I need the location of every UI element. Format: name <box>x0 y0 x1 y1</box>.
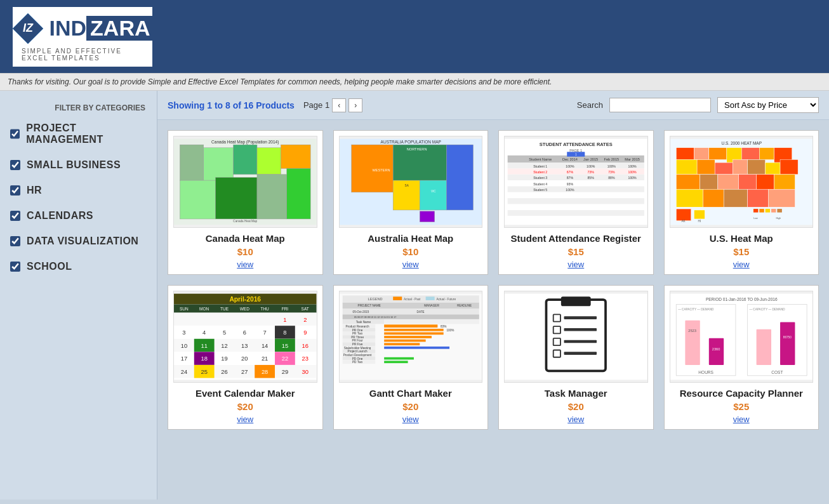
svg-text:Low: Low <box>753 217 757 220</box>
svg-text:Canada Heat Map: Canada Heat Map <box>233 220 257 223</box>
svg-text:Dec 2014: Dec 2014 <box>562 157 578 161</box>
svg-text:11: 11 <box>201 343 208 349</box>
product-card-gantt_chart[interactable]: LEGEND Actual - Past Actual - Future PRO… <box>333 285 489 430</box>
svg-text:— CAPACITY  — DEMAND: — CAPACITY — DEMAND <box>678 308 714 311</box>
svg-text:Jan 2015: Jan 2015 <box>583 157 598 161</box>
logo-diamond-icon: IZ <box>11 12 44 45</box>
svg-text:100%: 100% <box>628 170 637 174</box>
product-thumb-task_manager <box>504 291 648 383</box>
svg-text:87%: 87% <box>567 176 574 180</box>
svg-text:28: 28 <box>262 369 268 375</box>
svg-text:PR Four: PR Four <box>352 339 363 342</box>
small_business-checkbox[interactable] <box>10 160 20 170</box>
svg-text:14: 14 <box>262 343 268 349</box>
sidebar-item-calendars[interactable]: CALENDARS <box>10 210 150 222</box>
svg-text:8: 8 <box>283 329 286 336</box>
svg-text:NORTHERN: NORTHERN <box>406 147 427 151</box>
svg-rect-195 <box>384 343 420 345</box>
svg-rect-35 <box>508 162 644 168</box>
svg-rect-101 <box>777 209 781 213</box>
product-view-task_manager[interactable]: view <box>567 414 584 424</box>
svg-rect-5 <box>234 145 257 175</box>
product-card-event_calendar[interactable]: April-2016 SUN MON TUE WED THU FRI SAT 1… <box>168 285 323 430</box>
svg-text:26: 26 <box>221 369 227 375</box>
product-view-resource_planner[interactable]: view <box>733 414 750 424</box>
resource-planner-image: PERIOD 01-Jan-2016 TO 09-Jun-2016 — CAPA… <box>670 291 813 382</box>
svg-rect-78 <box>733 159 747 174</box>
svg-rect-210 <box>546 300 606 371</box>
svg-rect-208 <box>384 361 408 363</box>
svg-text:IZ: IZ <box>23 22 34 34</box>
product-view-canada_heat_map[interactable]: view <box>237 260 253 269</box>
sidebar-item-school[interactable]: SCHOOL <box>10 261 150 272</box>
svg-text:1: 1 <box>575 153 577 156</box>
svg-text:SUN: SUN <box>180 307 189 311</box>
svg-rect-79 <box>747 159 765 174</box>
product-card-task_manager[interactable]: Task Manager $20 view <box>498 285 654 430</box>
product-card-canada_heat_map[interactable]: Canada Heat Map (Population 2014) Canada… <box>168 130 323 275</box>
next-page-button[interactable]: › <box>348 98 362 112</box>
svg-rect-59 <box>508 192 644 198</box>
product-card-australia_heat_map[interactable]: AUSTRALIA POPULATION MAP NORTHERN WESTER… <box>333 130 489 275</box>
svg-text:21: 21 <box>262 355 268 362</box>
svg-text:AK: AK <box>681 220 686 223</box>
svg-text:Task Name: Task Name <box>355 321 371 324</box>
svg-text:Product Development: Product Development <box>343 354 371 357</box>
search-input[interactable] <box>609 98 711 112</box>
logo-subtitle: SIMPLE AND EFFECTIVE EXCEL TEMPLATES <box>22 48 143 62</box>
svg-text:STUDENT ATTENDANCE RATES: STUDENT ATTENDANCE RATES <box>540 142 613 147</box>
svg-text:100%: 100% <box>566 188 574 192</box>
sort-select[interactable]: Sort Asc by Price Sort Desc by Price Sor… <box>717 97 819 113</box>
sidebar-item-small_business[interactable]: SMALL BUSINESS <box>10 159 150 171</box>
svg-text:15: 15 <box>282 343 288 349</box>
calendar-image: April-2016 SUN MON TUE WED THU FRI SAT 1… <box>174 291 317 382</box>
product-card-student_attendance[interactable]: STUDENT ATTENDANCE RATES PAGE 1 Student … <box>498 130 654 275</box>
svg-rect-84 <box>717 175 738 189</box>
product-view-event_calendar[interactable]: view <box>237 414 253 424</box>
svg-text:12: 12 <box>221 343 227 349</box>
project_management-checkbox[interactable] <box>10 129 20 139</box>
svg-rect-82 <box>676 175 700 189</box>
hr-checkbox[interactable] <box>10 185 20 196</box>
product-card-us_heat_map[interactable]: U.S. 2000 HEAT MAP <box>664 130 819 275</box>
product-view-student_attendance[interactable]: view <box>567 260 584 269</box>
product-card-resource_planner[interactable]: PERIOD 01-Jan-2016 TO 09-Jun-2016 — CAPA… <box>664 285 819 430</box>
svg-text:100%: 100% <box>566 164 574 168</box>
svg-text:2: 2 <box>303 317 307 323</box>
product-view-us_heat_map[interactable]: view <box>733 260 750 269</box>
sidebar-item-hr[interactable]: HR <box>10 185 150 196</box>
svg-text:05 06 07 08 09 10 11 12 13 14 : 05 06 07 08 09 10 11 12 13 14 15 16 17 <box>354 316 395 319</box>
product-name-event_calendar: Event Calendar Maker <box>196 388 295 399</box>
sidebar-item-project_management[interactable]: PROJECT MANAGEMENT <box>10 123 150 145</box>
svg-rect-192 <box>384 340 425 342</box>
school-checkbox[interactable] <box>10 262 20 272</box>
product-price-gantt_chart: $20 <box>402 401 418 412</box>
svg-rect-222 <box>676 305 736 376</box>
svg-text:2523: 2523 <box>688 329 696 333</box>
content-area: Showing 1 to 8 of 16 Products Page 1 ‹ ›… <box>157 91 829 500</box>
svg-rect-11 <box>287 168 310 219</box>
product-view-australia_heat_map[interactable]: view <box>402 260 419 269</box>
data_visualization-checkbox[interactable] <box>10 236 20 246</box>
product-name-gantt_chart: Gantt Chart Maker <box>369 388 452 399</box>
svg-rect-75 <box>676 159 697 174</box>
svg-text:4: 4 <box>202 329 206 336</box>
svg-rect-88 <box>676 189 703 207</box>
svg-text:73%: 73% <box>608 170 615 174</box>
calendars-checkbox[interactable] <box>10 211 20 221</box>
svg-rect-61 <box>508 204 644 210</box>
svg-rect-86 <box>756 175 774 189</box>
svg-text:19: 19 <box>221 355 227 362</box>
svg-text:THU: THU <box>260 307 269 311</box>
svg-rect-94 <box>694 210 705 219</box>
gantt-image: LEGEND Actual - Past Actual - Future PRO… <box>340 291 482 382</box>
sidebar-item-data_visualization[interactable]: DATA VISUALIZATION <box>10 235 150 247</box>
svg-rect-72 <box>741 148 759 160</box>
product-view-gantt_chart[interactable]: view <box>402 414 419 424</box>
svg-text:PD Two: PD Two <box>352 361 362 364</box>
logo-box: IZ IND ZARA SIMPLE AND EFFECTIVE EXCEL T… <box>13 7 152 67</box>
svg-rect-178 <box>384 324 437 328</box>
svg-text:10: 10 <box>181 343 187 349</box>
prev-page-button[interactable]: ‹ <box>332 98 346 112</box>
svg-text:83%: 83% <box>441 325 446 328</box>
